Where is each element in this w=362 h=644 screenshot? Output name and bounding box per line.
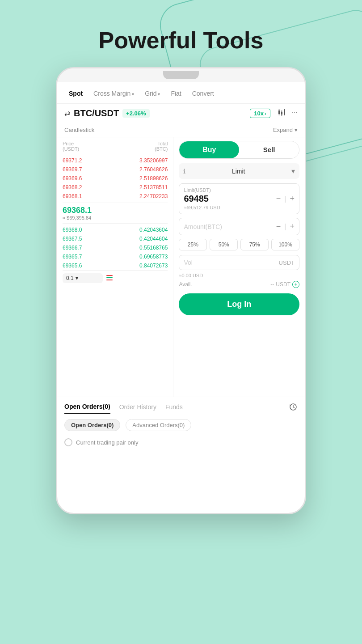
pct-row: 25% 50% 75% 100%: [179, 239, 299, 250]
price-change-badge: +2.06%: [122, 109, 149, 118]
ob-sell-row-1[interactable]: 69371.2 3.35206997: [63, 156, 168, 165]
ob-buy-row-1[interactable]: 69368.0 0.42043604: [63, 225, 168, 234]
avail-row: Avail. -- USDT +: [179, 281, 299, 288]
pct-50-button[interactable]: 50%: [210, 239, 238, 250]
amount-plus-button[interactable]: +: [290, 222, 295, 231]
price-usd-note: ≈69,512.79 USD: [184, 205, 295, 210]
filter-list-icon[interactable]: [105, 274, 114, 283]
ob-sell-row-5[interactable]: 69368.1 2.24702233: [63, 192, 168, 201]
amount-controls: − | +: [276, 222, 295, 231]
order-type-selector[interactable]: ℹ Limit ▾: [179, 163, 299, 179]
price-minus-button[interactable]: −: [276, 194, 281, 203]
ob-sell-row-2[interactable]: 69369.7 2.76048626: [63, 165, 168, 174]
sub-tab-advanced-orders[interactable]: Advanced Orders(0): [126, 419, 191, 431]
leverage-badge[interactable]: 10x ›: [250, 109, 270, 118]
amount-minus-button[interactable]: −: [276, 222, 281, 231]
more-icon[interactable]: ···: [292, 109, 298, 119]
price-controls: − | +: [276, 194, 295, 203]
avail-amount: --: [270, 281, 274, 288]
bottom-section: Open Orders(0) Order History Funds Open …: [57, 397, 305, 449]
page-title-section: Powerful Tools: [0, 0, 362, 67]
svg-rect-11: [106, 280, 113, 280]
order-type-arrow: ▾: [291, 167, 295, 175]
avail-value: -- USDT +: [270, 281, 299, 288]
page-title: Powerful Tools: [0, 27, 362, 54]
vol-placeholder: Vol: [184, 259, 192, 266]
order-book: Price (USDT) Total (BTC) 69371.2 3.35206…: [57, 137, 173, 397]
phone-container: Spot Cross Margin Grid Fiat Convert ⇄ BT…: [0, 67, 362, 514]
pct-100-button[interactable]: 100%: [271, 239, 299, 250]
chart-icon[interactable]: [278, 109, 286, 119]
pair-name[interactable]: BTC/USDT: [74, 108, 119, 119]
vol-input-group[interactable]: Vol USDT: [179, 255, 299, 270]
leverage-arrow: ›: [265, 111, 266, 116]
svg-rect-6: [284, 110, 285, 114]
ob-price-header: Price (USDT): [63, 141, 79, 152]
amount-input-row: Amount(BTC) − | +: [184, 222, 295, 231]
trading-pair-checkbox[interactable]: [64, 438, 72, 446]
swap-icon[interactable]: ⇄: [64, 109, 70, 118]
candlestick-label: Candlestick: [64, 127, 94, 133]
ob-buy-row-2[interactable]: 69367.5 0.42044604: [63, 234, 168, 243]
phone-notch: [163, 71, 199, 79]
buy-sell-toggle: Buy Sell: [179, 141, 299, 159]
vol-usd-note: ≈0.00 USD: [179, 273, 299, 278]
tab-funds[interactable]: Funds: [165, 403, 183, 413]
candlestick-bar: Candlestick Expand ▾: [57, 123, 305, 137]
checkbox-row: Current trading pair only: [64, 436, 298, 449]
tab-fiat[interactable]: Fiat: [166, 87, 185, 100]
current-price-usd: ≈ $69,395.84: [63, 215, 168, 220]
ob-total-header: Total (BTC): [155, 141, 168, 152]
price-value[interactable]: 69485: [184, 194, 209, 204]
phone-mockup: Spot Cross Margin Grid Fiat Convert ⇄ BT…: [56, 67, 306, 514]
order-tabs: Open Orders(0) Order History Funds: [64, 402, 298, 414]
amount-input-group: Amount(BTC) − | +: [179, 218, 299, 235]
ob-buy-row-5[interactable]: 69365.6 0.84072673: [63, 261, 168, 270]
price-label: Limit(USDT): [184, 187, 295, 193]
login-button[interactable]: Log In: [179, 293, 299, 315]
avail-label: Avail.: [179, 281, 192, 288]
sub-tab-open-orders[interactable]: Open Orders(0): [64, 419, 120, 431]
svg-rect-9: [106, 275, 113, 276]
sell-button[interactable]: Sell: [239, 141, 299, 158]
tab-convert[interactable]: Convert: [188, 87, 219, 100]
trading-area: Price (USDT) Total (BTC) 69371.2 3.35206…: [57, 137, 305, 397]
order-type-label: Limit: [232, 168, 245, 175]
tab-spot[interactable]: Spot: [64, 87, 87, 100]
tab-cross-margin[interactable]: Cross Margin: [89, 87, 139, 100]
svg-rect-3: [281, 112, 282, 114]
price-plus-button[interactable]: +: [290, 194, 295, 203]
app-content: Spot Cross Margin Grid Fiat Convert ⇄ BT…: [57, 82, 305, 449]
filter-dropdown-icon: ▾: [76, 275, 78, 281]
amount-placeholder[interactable]: Amount(BTC): [184, 223, 222, 230]
avail-currency: USDT: [276, 281, 290, 288]
current-price-row: 69368.1 ≈ $69,395.84: [63, 203, 168, 224]
add-funds-icon[interactable]: +: [292, 281, 299, 288]
svg-rect-0: [278, 110, 280, 114]
checkbox-label: Current trading pair only: [76, 439, 138, 446]
expand-arrow-icon: ▾: [295, 127, 298, 133]
order-form: Buy Sell ℹ Limit ▾ Limit(USDT) 69485: [173, 137, 305, 397]
pct-75-button[interactable]: 75%: [240, 239, 269, 250]
pair-icons: ···: [278, 109, 298, 119]
sub-tabs: Open Orders(0) Advanced Orders(0): [64, 419, 298, 431]
pct-25-button[interactable]: 25%: [179, 239, 207, 250]
buy-button[interactable]: Buy: [179, 141, 239, 158]
filter-input[interactable]: 0.1 ▾: [63, 273, 103, 283]
ob-buy-row-4[interactable]: 69365.7 0.69658773: [63, 252, 168, 261]
history-clock-icon[interactable]: [289, 402, 298, 414]
ob-sell-row-3[interactable]: 69369.6 2.51898626: [63, 174, 168, 183]
ob-header: Price (USDT) Total (BTC): [63, 141, 168, 153]
current-price-value: 69368.1: [63, 206, 168, 215]
filter-row: 0.1 ▾: [63, 270, 168, 283]
info-icon: ℹ: [183, 168, 185, 175]
tab-order-history[interactable]: Order History: [119, 403, 156, 413]
price-input-row: 69485 − | +: [184, 194, 295, 204]
ob-buy-row-3[interactable]: 69366.7 0.55168765: [63, 243, 168, 252]
tab-open-orders[interactable]: Open Orders(0): [64, 403, 110, 414]
vol-currency: USDT: [279, 259, 295, 266]
tab-grid[interactable]: Grid: [140, 87, 164, 100]
expand-button[interactable]: Expand ▾: [273, 127, 298, 133]
ob-sell-row-4[interactable]: 69368.2 2.51378511: [63, 183, 168, 192]
tab-bar: Spot Cross Margin Grid Fiat Convert: [57, 82, 305, 104]
